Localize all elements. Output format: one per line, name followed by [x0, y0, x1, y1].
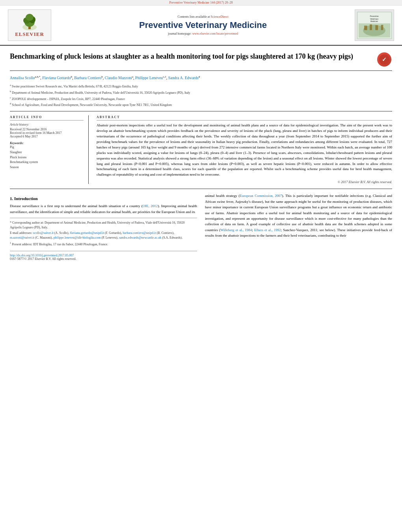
svg-text:Veterinary: Veterinary [370, 18, 379, 20]
svg-text:Preventive: Preventive [370, 15, 379, 17]
email-gottardo[interactable]: flaviana.gottardo@unipd.it [70, 231, 104, 235]
elsevier-tree-icon [20, 13, 39, 31]
svg-rect-16 [381, 25, 383, 30]
elsevier-brand-text: ELSEVIER [15, 31, 44, 37]
affiliation-a: a Swine practitioner Swivet Research snc… [10, 83, 392, 89]
crossmark-icon: ✓ [377, 52, 391, 67]
journal-cover-thumbnail: Preventive Veterinary Medicine [357, 11, 392, 40]
abstract-column: ABSTRACT Abattoir post-mortem inspection… [97, 115, 392, 184]
accepted-date: Accepted 6 May 2017 [10, 135, 84, 138]
intro-left-col: 1. Introduction Disease surveillance is … [10, 193, 197, 260]
email-edwards[interactable]: sandra.edwards@newcastle.ac.uk [119, 236, 162, 239]
journal-homepage-link[interactable]: www.elsevier.com/locate/prevetmed [192, 32, 238, 35]
contents-available-text: Contents lists available at ScienceDirec… [55, 15, 351, 19]
affiliation-d: d School of Agriculture, Food and Rural … [10, 102, 392, 108]
authors-line: Annalisa Scolloa,b,*, Flaviana Gottardob… [10, 75, 392, 81]
received-date: Received 22 November 2016 [10, 128, 84, 131]
email-scollo[interactable]: scollo@suivet.it [33, 231, 54, 235]
sciencedirect-link[interactable]: ScienceDirect [211, 15, 229, 19]
main-content: Benchmarking of pluck lesions at slaught… [0, 46, 402, 267]
keyword-pig: Pig [10, 145, 84, 150]
author-scollo[interactable]: Annalisa Scollo [10, 76, 35, 80]
ref-oie[interactable]: OIE, 2012 [143, 204, 158, 208]
page-footer: http://dx.doi.org/10.1016/j.prevetmed.20… [10, 251, 197, 261]
keywords-section: Keywords: Pig Slaughter Pluck lesions Be… [10, 141, 84, 170]
email-leneveu[interactable]: philippe.leneveu@idit-biologika.com [54, 236, 101, 239]
author-gottardo[interactable]: Flaviana Gottardo [42, 76, 71, 80]
revised-date: Received in revised form 16 March 2017 [10, 131, 84, 135]
author-mazzoni[interactable]: Claudio Mazzoni [105, 76, 132, 80]
svg-text:Medicine: Medicine [370, 20, 378, 22]
article-info-column: ARTICLE INFO Article history: Received 2… [10, 115, 89, 184]
svg-rect-13 [364, 25, 367, 30]
svg-point-5 [26, 14, 34, 21]
article-title-section: Benchmarking of pluck lesions at slaught… [10, 52, 392, 71]
ref-eu-commission[interactable]: European Commission, 2007 [240, 194, 282, 198]
introduction-section: 1. Introduction Disease surveillance is … [10, 193, 392, 260]
ref-elbers[interactable]: Elbers et al., 1992 [254, 228, 281, 232]
copyright-notice: © 2017 Elsevier B.V. All rights reserved… [97, 180, 392, 184]
journal-header: ELSEVIER Contents lists available at Sci… [0, 6, 402, 46]
author-leneveu[interactable]: Philippe Leneveu [135, 76, 163, 80]
footnote-present-address: 1 Present address: IDT Biologika, 17 rue… [10, 241, 197, 247]
article-title: Benchmarking of pluck lesions at slaught… [10, 52, 376, 61]
affiliations-section: a Swine practitioner Swivet Research snc… [10, 83, 392, 111]
intro-paragraph-1: Disease surveillance is a first step to … [10, 203, 197, 215]
elsevier-logo: ELSEVIER [8, 9, 51, 41]
email-mazzoni[interactable]: m.azzoni@suivet.it [10, 236, 34, 239]
keyword-pluck: Pluck lesions [10, 155, 84, 160]
info-abstract-section: ARTICLE INFO Article history: Received 2… [10, 115, 392, 184]
author-contiero[interactable]: Barbara Contiero [74, 76, 101, 80]
svg-rect-15 [375, 25, 378, 30]
footnote-emails: E-mail addresses: scollo@suivet.it (A. S… [10, 231, 197, 240]
journal-homepage: journal homepage: www.elsevier.com/locat… [55, 32, 351, 35]
doi-link[interactable]: http://dx.doi.org/10.1016/j.prevetmed.20… [10, 254, 74, 257]
footnotes-section: * Corresponding author at: Department of… [10, 218, 197, 247]
keyword-season: Season [10, 165, 84, 170]
ref-willeberg[interactable]: Willeberg et al., 1984 [220, 228, 252, 232]
intro-right-col: animal health strategy (European Commiss… [205, 193, 392, 260]
keywords-label: Keywords: [10, 141, 84, 145]
crossmark-badge[interactable]: ✓ [376, 52, 392, 67]
keyword-benchmarking: Benchmarking system [10, 160, 84, 165]
journal-citation: Preventive Veterinary Medicine 144 (2017… [169, 1, 233, 4]
affiliation-c: c ZOOPOLE développement – ISPAIA, Zoopol… [10, 96, 392, 102]
intro-heading: 1. Introduction [10, 196, 197, 201]
journal-citation-bar: Preventive Veterinary Medicine 144 (2017… [0, 0, 402, 6]
article-history-label: Article history: [10, 123, 84, 126]
intro-paragraph-2: animal health strategy (European Commiss… [205, 193, 392, 238]
author-edwards[interactable]: Sandra A. Edwards [168, 76, 199, 80]
issn-text: 0167-5877/© 2017 Elsevier B.V. All right… [10, 257, 76, 261]
keyword-slaughter: Slaughter [10, 150, 84, 155]
footnote-corresponding: * Corresponding author at: Department of… [10, 221, 197, 230]
journal-title: Preventive Veterinary Medicine [55, 20, 351, 30]
section-divider [10, 189, 392, 189]
svg-text:✓: ✓ [382, 56, 387, 63]
abstract-heading: ABSTRACT [97, 115, 392, 120]
email-contiero[interactable]: barbara.contiero@unipd.it [123, 231, 156, 235]
article-info-heading: ARTICLE INFO [10, 115, 84, 120]
abstract-body: Abattoir post-mortem inspections offer a… [97, 123, 392, 178]
affiliation-b: b Department of Animal Medicine, Product… [10, 89, 392, 95]
svg-rect-14 [370, 24, 372, 30]
journal-logo-right: Preventive Veterinary Medicine [355, 9, 394, 41]
journal-center-header: Contents lists available at ScienceDirec… [51, 15, 355, 35]
